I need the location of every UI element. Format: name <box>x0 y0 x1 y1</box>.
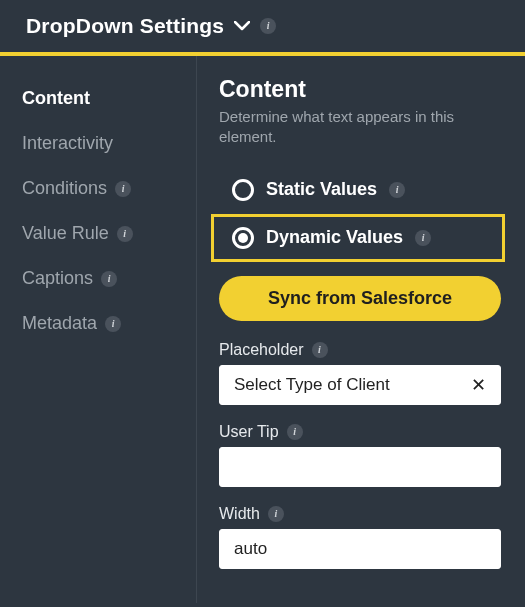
sidebar-item-label: Metadata <box>22 313 97 334</box>
info-icon[interactable]: i <box>105 316 121 332</box>
width-input[interactable] <box>232 538 488 560</box>
sidebar-item-label: Content <box>22 88 90 109</box>
sidebar-item-captions[interactable]: Captions i <box>0 256 196 301</box>
sidebar-item-interactivity[interactable]: Interactivity <box>0 121 196 166</box>
placeholder-input[interactable] <box>232 374 469 396</box>
radio-label: Static Values <box>266 179 377 200</box>
sidebar-item-label: Value Rule <box>22 223 109 244</box>
info-icon[interactable]: i <box>389 182 405 198</box>
radio-static-values[interactable]: Static Values i <box>219 166 501 214</box>
field-label-text: User Tip <box>219 423 279 441</box>
info-icon[interactable]: i <box>117 226 133 242</box>
user-tip-input-wrapper <box>219 447 501 487</box>
radio-label: Dynamic Values <box>266 227 403 248</box>
info-icon[interactable]: i <box>115 181 131 197</box>
sidebar-item-conditions[interactable]: Conditions i <box>0 166 196 211</box>
field-width: Width i <box>219 505 501 569</box>
values-radio-group: Static Values i Dynamic Values i <box>219 166 501 262</box>
chevron-down-icon[interactable] <box>234 21 250 31</box>
section-description: Determine what text appears in this elem… <box>219 107 501 148</box>
clear-icon[interactable]: ✕ <box>469 376 488 394</box>
info-icon[interactable]: i <box>415 230 431 246</box>
sidebar-item-label: Conditions <box>22 178 107 199</box>
field-label-text: Width <box>219 505 260 523</box>
field-user-tip: User Tip i <box>219 423 501 487</box>
sidebar: Content Interactivity Conditions i Value… <box>0 56 197 603</box>
user-tip-input[interactable] <box>232 456 488 478</box>
info-icon[interactable]: i <box>312 342 328 358</box>
panel-header: DropDown Settings i <box>0 0 525 56</box>
field-placeholder: Placeholder i ✕ <box>219 341 501 405</box>
info-icon[interactable]: i <box>101 271 117 287</box>
sidebar-item-value-rule[interactable]: Value Rule i <box>0 211 196 256</box>
section-title: Content <box>219 76 501 103</box>
info-icon[interactable]: i <box>268 506 284 522</box>
sidebar-item-content[interactable]: Content <box>0 76 196 121</box>
sidebar-item-label: Interactivity <box>22 133 113 154</box>
sync-from-salesforce-button[interactable]: Sync from Salesforce <box>219 276 501 321</box>
radio-icon <box>232 227 254 249</box>
sidebar-item-metadata[interactable]: Metadata i <box>0 301 196 346</box>
sidebar-item-label: Captions <box>22 268 93 289</box>
info-icon[interactable]: i <box>287 424 303 440</box>
width-input-wrapper <box>219 529 501 569</box>
radio-icon <box>232 179 254 201</box>
radio-dynamic-values[interactable]: Dynamic Values i <box>211 214 505 262</box>
main-panel: Content Determine what text appears in t… <box>197 56 525 603</box>
field-label-text: Placeholder <box>219 341 304 359</box>
placeholder-input-wrapper: ✕ <box>219 365 501 405</box>
panel-title: DropDown Settings <box>26 14 224 38</box>
info-icon[interactable]: i <box>260 18 276 34</box>
